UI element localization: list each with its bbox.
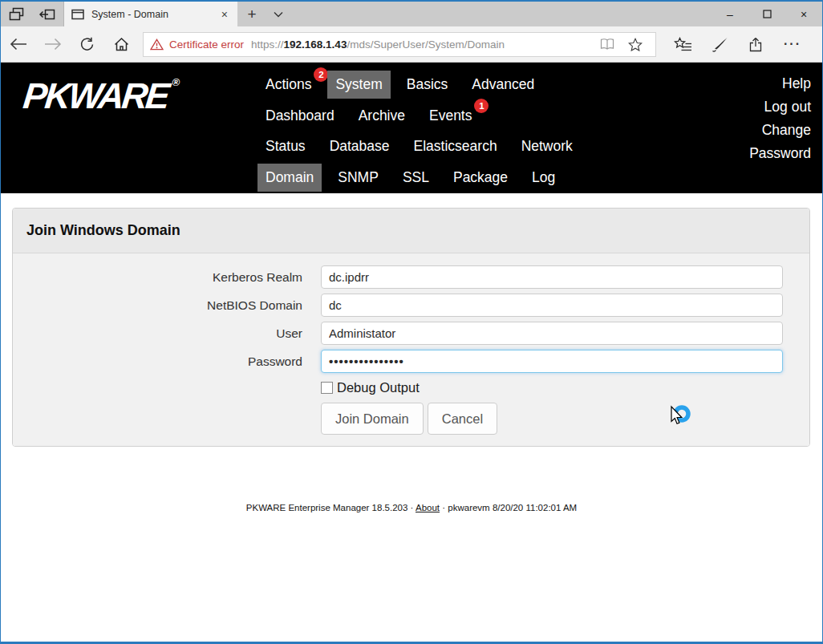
url-host: 192.168.1.43 bbox=[284, 38, 347, 51]
tab-options-icon[interactable] bbox=[266, 2, 290, 26]
nav-item-status[interactable]: Status bbox=[257, 132, 314, 160]
join-domain-panel: Join Windows Domain Kerberos Realm NetBI… bbox=[12, 208, 810, 447]
maximize-button[interactable] bbox=[748, 2, 785, 26]
tab-close-icon[interactable]: × bbox=[219, 8, 230, 21]
brand-name: PKWARE bbox=[21, 75, 169, 116]
page-icon bbox=[71, 9, 84, 20]
netbios-domain-input[interactable] bbox=[321, 294, 783, 317]
nav-row-2: Dashboard Archive Events1 bbox=[257, 100, 734, 132]
browser-window: System - Domain × + – × bbox=[0, 0, 823, 644]
main-navigation: Actions2 System Basics Advanced Dashboar… bbox=[257, 63, 734, 193]
about-link[interactable]: About bbox=[416, 503, 440, 512]
join-domain-form: Kerberos Realm NetBIOS Domain User Passw… bbox=[13, 253, 809, 446]
tab-bar-left-icons bbox=[1, 2, 64, 26]
events-badge: 1 bbox=[474, 99, 489, 113]
debug-output-row: Debug Output bbox=[321, 380, 797, 395]
app-masthead: PKWARE® Actions2 System Basics Advanced … bbox=[1, 63, 822, 193]
favorite-star-icon[interactable] bbox=[622, 38, 649, 51]
registered-mark: ® bbox=[172, 76, 180, 88]
window-controls: – × bbox=[712, 2, 822, 26]
back-icon[interactable] bbox=[1, 26, 35, 62]
forward-icon[interactable] bbox=[35, 26, 70, 62]
new-tab-button[interactable]: + bbox=[237, 2, 266, 26]
password-label: Password bbox=[25, 354, 302, 369]
set-tabs-aside-icon[interactable] bbox=[39, 8, 55, 21]
join-domain-button[interactable]: Join Domain bbox=[321, 403, 424, 435]
change-password-link[interactable]: Change Password bbox=[734, 119, 811, 165]
user-label: User bbox=[25, 326, 302, 341]
refresh-icon[interactable] bbox=[70, 26, 104, 62]
cancel-button[interactable]: Cancel bbox=[428, 403, 497, 435]
nav-item-dashboard[interactable]: Dashboard bbox=[257, 102, 343, 130]
certificate-warning-icon[interactable] bbox=[150, 38, 164, 51]
netbios-domain-label: NetBIOS Domain bbox=[25, 298, 302, 313]
logout-link[interactable]: Log out bbox=[734, 95, 811, 119]
form-row-kerberos-realm: Kerberos Realm bbox=[25, 265, 797, 289]
url-text[interactable]: https://192.168.1.43/mds/SuperUser/Syste… bbox=[251, 38, 593, 51]
url-path: /mds/SuperUser/System/Domain bbox=[347, 38, 505, 51]
nav-item-basics[interactable]: Basics bbox=[399, 71, 456, 99]
annotate-pen-icon[interactable] bbox=[712, 37, 728, 52]
tab-preview-icon[interactable] bbox=[9, 7, 24, 21]
page-content: Join Windows Domain Kerberos Realm NetBI… bbox=[1, 193, 822, 642]
home-icon[interactable] bbox=[104, 26, 139, 62]
nav-item-snmp[interactable]: SNMP bbox=[330, 164, 387, 192]
form-row-user: User bbox=[25, 322, 797, 345]
nav-item-actions[interactable]: Actions2 bbox=[257, 71, 319, 99]
close-window-button[interactable]: × bbox=[785, 2, 822, 26]
share-icon[interactable] bbox=[748, 37, 764, 52]
more-options-icon[interactable]: ··· bbox=[784, 37, 801, 51]
nav-row-4: Domain SNMP SSL Package Log bbox=[257, 162, 734, 193]
nav-item-advanced[interactable]: Advanced bbox=[464, 71, 542, 99]
panel-title: Join Windows Domain bbox=[13, 209, 809, 253]
pkware-logo[interactable]: PKWARE® bbox=[1, 63, 257, 193]
nav-item-elasticsearch[interactable]: Elasticsearch bbox=[406, 132, 505, 160]
help-link[interactable]: Help bbox=[734, 72, 811, 95]
reading-view-icon[interactable] bbox=[593, 38, 622, 51]
nav-item-system[interactable]: System bbox=[327, 71, 390, 99]
form-row-netbios-domain: NetBIOS Domain bbox=[25, 294, 797, 317]
debug-output-checkbox[interactable] bbox=[321, 382, 333, 394]
nav-row-1: Actions2 System Basics Advanced bbox=[257, 69, 734, 100]
toolbar-right-icons: ··· bbox=[674, 37, 801, 52]
kerberos-realm-label: Kerberos Realm bbox=[25, 270, 302, 285]
user-input[interactable] bbox=[321, 322, 783, 345]
tab-bar: System - Domain × + – × bbox=[1, 2, 822, 26]
nav-item-domain[interactable]: Domain bbox=[257, 164, 322, 192]
debug-output-label[interactable]: Debug Output bbox=[337, 380, 420, 395]
browser-toolbar: Certificate error https://192.168.1.43/m… bbox=[1, 26, 822, 63]
nav-item-database[interactable]: Database bbox=[322, 132, 398, 160]
form-row-password: Password bbox=[25, 350, 797, 373]
footer-host-timestamp: pkwarevm 8/20/20 11:02:01 AM bbox=[448, 503, 577, 512]
favorites-hub-icon[interactable] bbox=[674, 37, 692, 51]
address-bar[interactable]: Certificate error https://192.168.1.43/m… bbox=[143, 32, 656, 57]
form-buttons: Join Domain Cancel bbox=[321, 403, 797, 435]
utility-links: Help Log out Change Password bbox=[734, 63, 822, 193]
password-input[interactable] bbox=[321, 350, 783, 373]
nav-item-network[interactable]: Network bbox=[513, 132, 581, 160]
tab-title: System - Domain bbox=[91, 9, 212, 20]
nav-item-package[interactable]: Package bbox=[445, 164, 516, 192]
actions-badge: 2 bbox=[314, 67, 328, 82]
nav-item-archive[interactable]: Archive bbox=[351, 102, 413, 130]
nav-item-ssl[interactable]: SSL bbox=[395, 164, 437, 192]
nav-row-3: Status Database Elasticsearch Network bbox=[257, 132, 734, 163]
app-footer: PKWARE Enterprise Manager 18.5.203 · Abo… bbox=[1, 503, 822, 512]
certificate-error-label[interactable]: Certificate error bbox=[169, 38, 244, 51]
url-scheme: https:// bbox=[251, 38, 284, 51]
nav-item-events[interactable]: Events1 bbox=[421, 102, 480, 130]
nav-item-log[interactable]: Log bbox=[524, 164, 563, 192]
kerberos-realm-input[interactable] bbox=[321, 265, 783, 289]
footer-product-version: PKWARE Enterprise Manager 18.5.203 bbox=[246, 503, 408, 512]
minimize-button[interactable]: – bbox=[712, 2, 748, 26]
browser-tab[interactable]: System - Domain × bbox=[64, 2, 237, 26]
